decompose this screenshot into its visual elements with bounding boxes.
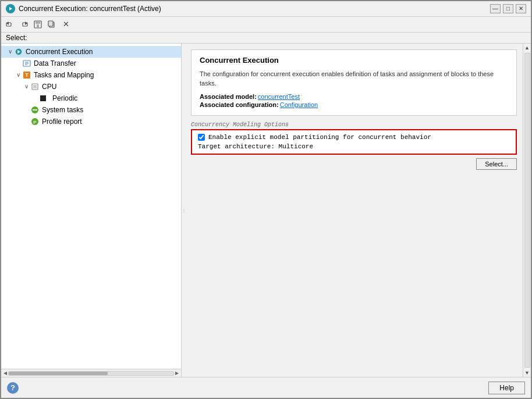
tree-item-periodic[interactable]: Periodic bbox=[1, 92, 181, 104]
toolbar-forward-button[interactable] bbox=[17, 18, 30, 31]
model-link[interactable]: concurrentTest bbox=[258, 93, 300, 100]
toolbar: ✕ bbox=[1, 17, 531, 33]
toggle-cpu[interactable]: ∨ bbox=[22, 83, 30, 90]
periodic-icon bbox=[38, 94, 48, 103]
scroll-down-arrow[interactable]: ▼ bbox=[523, 369, 531, 377]
tree-label-tasks-mapping: Tasks and Mapping bbox=[34, 71, 94, 79]
question-mark: ? bbox=[10, 383, 15, 392]
tree-label-periodic: Periodic bbox=[52, 94, 77, 102]
close-button[interactable]: ✕ bbox=[516, 4, 526, 13]
scroll-thumb[interactable] bbox=[9, 372, 108, 375]
model-row: Associated model: concurrentTest bbox=[200, 93, 508, 100]
explicit-partitioning-checkbox[interactable] bbox=[198, 134, 205, 141]
help-button[interactable]: Help bbox=[488, 382, 525, 394]
help-icon: ? bbox=[7, 382, 19, 394]
title-bar: Concurrent Execution: concurrentTest (Ac… bbox=[1, 1, 531, 17]
select-label: Select: bbox=[1, 33, 531, 44]
toggle-tasks-mapping[interactable]: ∨ bbox=[14, 72, 22, 78]
tree-label-system-tasks: System tasks bbox=[42, 106, 83, 114]
model-label: Associated model: bbox=[200, 93, 257, 100]
config-link[interactable]: Configuration bbox=[280, 101, 318, 108]
profile-report-icon: P bbox=[30, 117, 40, 126]
tasks-icon: T bbox=[22, 70, 31, 80]
tree-item-cpu[interactable]: ∨ CPU bbox=[1, 81, 181, 92]
tree-label-cpu: CPU bbox=[42, 83, 56, 91]
tree-label-data-transfer: Data Transfer bbox=[34, 59, 76, 67]
svg-rect-21 bbox=[40, 95, 46, 101]
svg-rect-20 bbox=[33, 85, 37, 88]
config-label: Associated configuration: bbox=[200, 101, 279, 108]
svg-rect-8 bbox=[37, 24, 39, 27]
tree-item-profile-report[interactable]: P Profile report bbox=[1, 116, 181, 127]
checkbox-row: Enable explicit model partitioning for c… bbox=[198, 134, 510, 141]
main-window: Concurrent Execution: concurrentTest (Ac… bbox=[0, 0, 532, 399]
app-icon bbox=[6, 4, 15, 13]
tree-item-system-tasks[interactable]: System tasks bbox=[1, 104, 181, 116]
main-title: Concurrent Execution bbox=[200, 56, 508, 65]
tree-label-profile-report: Profile report bbox=[42, 117, 82, 126]
svg-rect-10 bbox=[48, 21, 53, 26]
tree-item-tasks-mapping[interactable]: ∨ T Tasks and Mapping bbox=[1, 69, 181, 81]
right-panel: Concurrent Execution The configuration f… bbox=[185, 44, 523, 377]
system-tasks-icon bbox=[30, 105, 40, 115]
bottom-bar: ? Help bbox=[1, 377, 531, 398]
tree-item-concurrent-execution[interactable]: ∨ Concurrent Execution bbox=[1, 46, 181, 58]
checkbox-label: Enable explicit model partitioning for c… bbox=[208, 134, 431, 141]
options-title-label: Concurrency Modeling Options bbox=[191, 122, 517, 128]
data-transfer-icon bbox=[22, 59, 31, 68]
target-architecture-label: Target architecture: Multicore bbox=[198, 143, 510, 150]
scroll-track[interactable] bbox=[8, 371, 174, 376]
tree-label-concurrent-execution: Concurrent Execution bbox=[26, 48, 93, 56]
concurrent-execution-icon bbox=[14, 47, 23, 56]
right-scroll-track[interactable] bbox=[524, 53, 530, 368]
scroll-right-arrow[interactable]: ▶ bbox=[174, 370, 180, 376]
config-row: Associated configuration: Configuration bbox=[200, 101, 508, 108]
toolbar-save-button[interactable] bbox=[31, 18, 44, 31]
left-panel: ∨ Concurrent Execution bbox=[1, 44, 182, 377]
select-btn-row: Select... bbox=[191, 158, 517, 170]
window-title: Concurrent Execution: concurrentTest (Ac… bbox=[19, 5, 161, 13]
options-section: Concurrency Modeling Options Enable expl… bbox=[191, 122, 517, 170]
toggle-concurrent-execution[interactable]: ∨ bbox=[6, 48, 14, 55]
select-button[interactable]: Select... bbox=[476, 158, 517, 170]
tree-item-data-transfer[interactable]: Data Transfer bbox=[1, 58, 181, 69]
scroll-left-arrow[interactable]: ◀ bbox=[2, 370, 8, 376]
toolbar-back-button[interactable] bbox=[3, 18, 16, 31]
title-bar-left: Concurrent Execution: concurrentTest (Ac… bbox=[6, 4, 161, 13]
toolbar-delete-button[interactable]: ✕ bbox=[59, 18, 72, 31]
info-box: Concurrent Execution The configuration f… bbox=[191, 49, 517, 116]
svg-marker-3 bbox=[6, 22, 9, 25]
left-scrollbar: ◀ ▶ bbox=[1, 369, 181, 377]
cpu-icon bbox=[30, 82, 40, 91]
svg-rect-23 bbox=[33, 109, 37, 111]
right-scrollbar: ▲ ▼ bbox=[523, 44, 531, 377]
minimize-button[interactable]: — bbox=[490, 4, 501, 13]
svg-rect-7 bbox=[36, 21, 40, 24]
window-controls: — □ ✕ bbox=[490, 4, 526, 13]
tree-view: ∨ Concurrent Execution bbox=[1, 44, 181, 369]
main-content: ∨ Concurrent Execution bbox=[1, 44, 531, 377]
svg-text:T: T bbox=[25, 72, 29, 78]
svg-text:P: P bbox=[33, 119, 37, 124]
toolbar-copy-button[interactable] bbox=[45, 18, 58, 31]
options-box: Enable explicit model partitioning for c… bbox=[191, 129, 517, 155]
scroll-up-arrow[interactable]: ▲ bbox=[523, 44, 531, 52]
maximize-button[interactable]: □ bbox=[503, 4, 513, 13]
description-text: The configuration for concurrent executi… bbox=[200, 69, 508, 88]
